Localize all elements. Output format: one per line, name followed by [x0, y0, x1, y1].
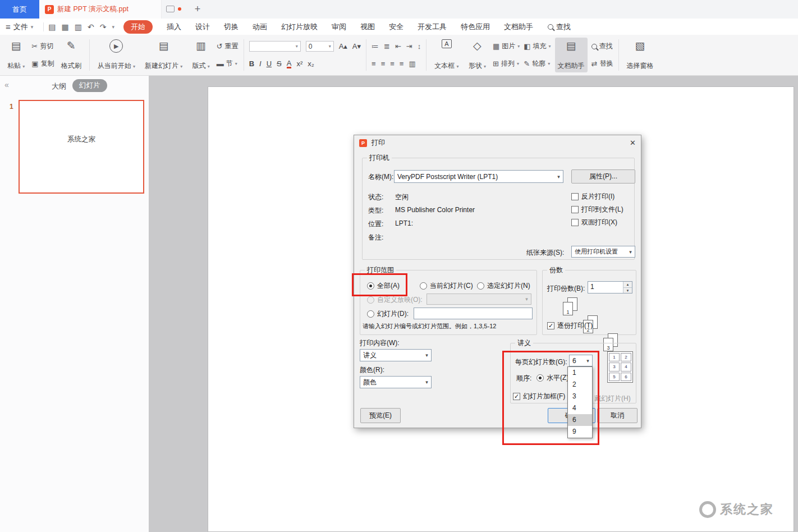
printer-name-select[interactable]: VeryPDF Postscript Writer (LPT1) ▾	[394, 170, 563, 183]
printer-properties-button[interactable]: 属性(P)...	[571, 169, 635, 184]
spin-down-icon[interactable]: ▾	[623, 287, 632, 293]
print-icon[interactable]: ▦	[62, 23, 69, 31]
numbering-icon[interactable]: ≣	[384, 42, 390, 51]
tab-slides[interactable]: 幻灯片	[72, 79, 107, 92]
section-button[interactable]: ▬ 节 ▾	[217, 58, 239, 70]
spin-up-icon[interactable]: ▴	[623, 282, 632, 287]
new-slide-button[interactable]: ▤ 新建幻灯片 ▾	[142, 38, 185, 72]
file-menu[interactable]: ≡ 文件 ▾	[6, 22, 33, 32]
paste-button[interactable]: ▤ 粘贴 ▾	[4, 38, 27, 72]
collate-checkbox[interactable]: ✓ 逐份打印(T)	[547, 321, 593, 331]
close-icon[interactable]: ✕	[630, 139, 636, 147]
indent-icon[interactable]: ⇥	[406, 42, 412, 51]
shrink-font-icon[interactable]: A▾	[352, 42, 361, 51]
subscript-button[interactable]: x₂	[308, 59, 314, 68]
range-current-radio[interactable]: 当前幻灯片(C)	[420, 281, 473, 291]
printer-location-label: 位置:	[368, 219, 383, 229]
align-left-icon[interactable]: ≡	[372, 59, 376, 68]
printer-location-value: LPT1:	[395, 219, 413, 227]
underline-button[interactable]: U	[267, 59, 272, 68]
range-selected-radio[interactable]: 选定幻灯片(N)	[477, 281, 530, 291]
print-to-file-checkbox[interactable]: 打印到文件(L)	[571, 205, 623, 214]
reverse-print-checkbox[interactable]: 反片打印(I)	[571, 192, 614, 201]
print-dialog-titlebar[interactable]: P 打印 ✕	[354, 135, 641, 150]
tab-devtools[interactable]: 开发工具	[418, 22, 447, 32]
layout-button[interactable]: ▥ 版式 ▾	[189, 38, 212, 72]
columns-icon[interactable]: ▥	[409, 59, 415, 68]
font-color-button[interactable]: A	[287, 59, 292, 68]
tab-special-features[interactable]: 特色应用	[461, 22, 490, 32]
italic-button[interactable]: I	[259, 59, 262, 68]
copy-button[interactable]: ▣ 复制	[31, 58, 54, 70]
duplex-checkbox[interactable]: 双面打印(X)	[571, 218, 617, 227]
tab-transition[interactable]: 切换	[224, 22, 239, 32]
tab-security[interactable]: 安全	[389, 22, 403, 32]
slide-thumbnail[interactable]: 系统之家	[19, 100, 144, 194]
color-select[interactable]: 颜色 ▾	[360, 376, 432, 388]
print-content-select[interactable]: 讲义 ▾	[360, 349, 432, 361]
tab-doc-assistant[interactable]: 文档助手	[504, 22, 533, 32]
chevron-down-icon[interactable]: ▾	[112, 24, 114, 30]
outdent-icon[interactable]: ⇤	[395, 42, 401, 51]
cut-button[interactable]: ✂ 剪切	[31, 40, 54, 53]
doc-assistant-button[interactable]: ▤ 文档助手	[555, 38, 588, 72]
find-button[interactable]: 查找	[591, 40, 613, 53]
bold-button[interactable]: B	[249, 59, 254, 68]
section-icon: ▬	[217, 59, 224, 68]
play-from-current-button[interactable]: ▶ 从当前开始 ▾	[95, 38, 138, 72]
tab-view[interactable]: 视图	[360, 22, 375, 32]
redo-icon[interactable]: ↷	[100, 23, 107, 31]
font-size-select[interactable]: 0 ▾	[306, 41, 334, 52]
reset-icon: ↺	[217, 42, 223, 51]
print-preview-icon[interactable]: ▥	[75, 23, 82, 31]
tab-design[interactable]: 设计	[195, 22, 210, 32]
shapes-button[interactable]: ◇ 形状 ▾	[466, 38, 489, 72]
document-tab[interactable]: P 新建 PPT 演示文稿.ppt	[39, 0, 162, 19]
tab-insert[interactable]: 插入	[167, 22, 181, 32]
collapse-sidebar-icon[interactable]: «	[4, 80, 9, 89]
replace-icon: ⇄	[591, 59, 598, 68]
textbox-button[interactable]: A 文本框 ▾	[432, 38, 461, 72]
fill-button[interactable]: ◧ 填充 ▾	[524, 40, 551, 53]
align-right-icon[interactable]: ≡	[390, 59, 395, 68]
justify-icon[interactable]: ≡	[400, 59, 404, 68]
bullets-icon[interactable]: ≔	[372, 42, 379, 51]
format-painter-button[interactable]: ✎ 格式刷	[58, 38, 84, 72]
slide-range-input[interactable]	[414, 308, 533, 319]
align-center-icon[interactable]: ≡	[381, 59, 386, 68]
tab-slideshow[interactable]: 幻灯片放映	[281, 22, 318, 32]
replace-button[interactable]: ⇄ 替换	[591, 58, 613, 70]
tab-review[interactable]: 审阅	[332, 22, 346, 32]
line-spacing-icon[interactable]: ↕	[418, 42, 421, 51]
range-selected-label: 选定幻灯片(N)	[487, 281, 530, 291]
session-monitor-icon[interactable]	[166, 6, 175, 12]
insert-group-a: ▦ 图片 ▾ ⊞ 排列 ▾	[493, 38, 520, 72]
new-document-tab-button[interactable]: +	[191, 2, 204, 16]
range-slides-radio[interactable]: 幻灯片(D):	[367, 309, 409, 319]
new-slide-icon: ▤	[159, 39, 169, 53]
superscript-button[interactable]: x²	[296, 59, 302, 68]
strikethrough-button[interactable]: S	[277, 59, 282, 68]
cancel-button-label: 取消	[611, 411, 624, 420]
selection-pane-button[interactable]: ▧ 选择窗格	[624, 38, 657, 72]
tab-animation[interactable]: 动画	[253, 22, 267, 32]
outline-button[interactable]: ✎ 轮廓 ▾	[524, 58, 551, 70]
home-tab[interactable]: 首页	[0, 0, 39, 19]
ribbon-search[interactable]: 查找	[548, 22, 571, 32]
save-icon[interactable]: ▤	[48, 23, 56, 31]
arrange-button[interactable]: ⊞ 排列 ▾	[493, 58, 520, 70]
paper-source-select[interactable]: 使用打印机设置 ▾	[571, 246, 635, 258]
outline-label: 轮廓	[532, 59, 545, 68]
cancel-button[interactable]: 取消	[597, 408, 638, 423]
tab-home[interactable]: 开始	[123, 20, 153, 34]
reset-button[interactable]: ↺ 重置	[217, 40, 239, 53]
copies-stepper[interactable]: 1 ▴ ▾	[588, 281, 632, 293]
font-name-select[interactable]: ▾	[249, 41, 301, 52]
preview-button[interactable]: 预览(E)	[360, 408, 401, 423]
picture-button[interactable]: ▦ 图片 ▾	[493, 40, 520, 53]
tab-outline[interactable]: 大纲	[52, 81, 66, 91]
paper-source-value: 使用打印机设置	[572, 247, 626, 256]
undo-icon[interactable]: ↶	[88, 23, 94, 31]
grow-font-icon[interactable]: A▴	[339, 42, 347, 51]
format-painter-label: 格式刷	[61, 61, 81, 71]
